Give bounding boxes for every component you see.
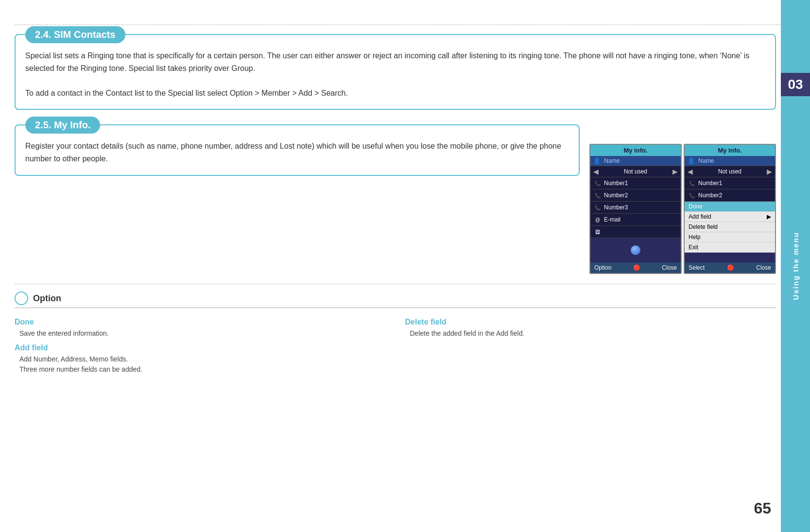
option-done-desc: Save the entered information. (15, 328, 386, 339)
phone2-row-number1: 📞 Number1 (685, 177, 775, 189)
section-24-title: 2.4. SIM Contacts (25, 26, 125, 43)
phone2-bottom-bar: Select 🔴 Close (685, 262, 775, 273)
option-deletefield: Delete field Delete the added field in t… (405, 318, 776, 339)
phone1-person-icon: 👤 (593, 157, 601, 164)
phone1-center-icon: 🔴 (633, 264, 640, 271)
phone2-close-btn: Close (756, 264, 771, 271)
phone2-center-icon: 🔴 (727, 264, 734, 271)
option-circle-icon (15, 292, 28, 305)
phone2-dropdown-help: Help (685, 232, 775, 242)
phone2-right-arrow: ▶ (767, 168, 772, 175)
section-24-content: Special list sets a Ringing tone that is… (16, 35, 775, 109)
option-done: Done Save the entered information. (15, 318, 386, 339)
phone2-icon-number1: 📞 (688, 179, 696, 188)
phone1-icon-number2: 📞 (593, 191, 602, 200)
section-24-para1: Special list sets a Ringing tone that is… (25, 50, 765, 74)
option-addfield-desc: Add Number, Address, Memo fields.Three m… (15, 354, 386, 375)
phone1-name-label: Name (604, 157, 620, 164)
phone1-bottom-bar: Option 🔴 Close (590, 262, 681, 273)
phone-screen-1: My info. 👤 Name ◀ Not used ▶ 📞 Number1 📞… (589, 144, 682, 274)
phone2-not-used: Not used (693, 168, 767, 175)
option-deletefield-desc: Delete the added field in the Add field. (405, 328, 776, 339)
phone1-image-area (590, 238, 681, 262)
phone2-person-icon: 👤 (688, 157, 695, 164)
phone1-row-number2: 📞 Number2 (590, 189, 681, 202)
main-content: 2.4. SIM Contacts Special list sets a Ri… (15, 34, 776, 522)
phone2-row-number2: 📞 Number2 (685, 189, 775, 202)
right-sidebar: 03 Using the menu (781, 0, 810, 532)
phone1-icon-image: 🖼 (593, 227, 602, 236)
phone2-dropdown-exit: Exit (685, 242, 775, 253)
section-24-box: 2.4. SIM Contacts Special list sets a Ri… (15, 34, 776, 110)
chapter-number: 03 (781, 73, 810, 96)
section-25-box: 2.5. My Info. Register your contact deta… (15, 124, 580, 175)
option-header: Option (15, 292, 776, 305)
section-24-para2: To add a contact in the Contact list to … (25, 87, 765, 100)
sidebar-label: Using the menu (792, 232, 800, 300)
phone1-close-btn: Close (662, 264, 677, 271)
phone2-name-label: Name (698, 157, 714, 164)
phone2-image-area (685, 253, 775, 262)
top-divider (15, 24, 781, 25)
option-deletefield-title: Delete field (405, 318, 776, 326)
phone2-dropdown: Done Add field▶ Delete field Help Exit (685, 202, 775, 253)
phone2-select-btn: Select (689, 264, 705, 271)
phone1-row-image: 🖼 (590, 226, 681, 238)
phone1-row-number3: 📞 Number3 (590, 202, 681, 214)
phone2-dropdown-addfield: Add field▶ (685, 212, 775, 222)
phone1-avatar-icon (631, 245, 640, 255)
option-divider (15, 308, 776, 308)
phone2-icon-number2: 📞 (688, 191, 696, 200)
option-section: Option Done Save the entered information… (15, 284, 776, 375)
phone2-name-row: 👤 Name (685, 156, 775, 166)
phone1-option-btn: Option (594, 264, 611, 271)
phone-screenshots: My info. 👤 Name ◀ Not used ▶ 📞 Number1 📞… (589, 144, 776, 274)
phone1-left-arrow: ◀ (593, 168, 599, 175)
phone1-not-used-row: ◀ Not used ▶ (590, 166, 681, 177)
phone1-not-used: Not used (599, 168, 672, 175)
section-25-description: Register your contact details (such as n… (16, 125, 579, 174)
phone1-icon-number1: 📞 (593, 179, 602, 188)
phone1-icon-email: @ (593, 215, 602, 224)
phone1-right-arrow: ▶ (672, 168, 678, 175)
phone2-dropdown-done: Done (685, 202, 775, 212)
phone1-name-row: 👤 Name (590, 156, 681, 166)
phone2-not-used-row: ◀ Not used ▶ (685, 166, 775, 177)
phone1-title: My info. (590, 145, 681, 156)
option-addfield-title: Add field (15, 343, 386, 352)
phone1-row-number1: 📞 Number1 (590, 177, 681, 189)
phone2-left-arrow: ◀ (688, 168, 693, 175)
option-label: Option (33, 293, 61, 304)
phone-screen-2: My info. 👤 Name ◀ Not used ▶ 📞 Number1 📞… (684, 144, 776, 274)
options-grid: Done Save the entered information. Delet… (15, 318, 776, 375)
option-done-title: Done (15, 318, 386, 326)
section-25-title: 2.5. My Info. (25, 117, 100, 134)
phone1-icon-number3: 📞 (593, 203, 602, 212)
option-addfield: Add field Add Number, Address, Memo fiel… (15, 343, 386, 375)
phone1-row-email: @ E-mail (590, 214, 681, 226)
phone2-dropdown-deletefield: Delete field (685, 222, 775, 232)
phone2-title: My info. (685, 145, 775, 156)
